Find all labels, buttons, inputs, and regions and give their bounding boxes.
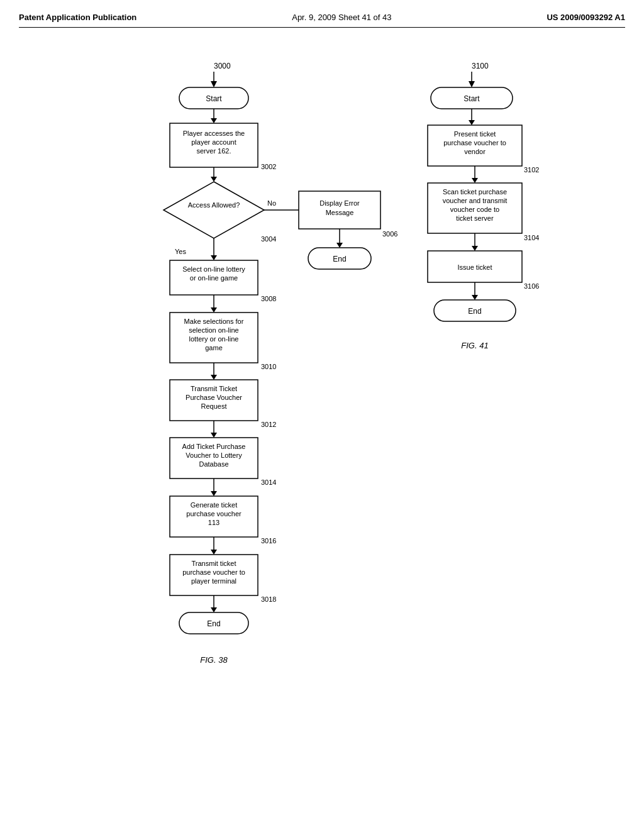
flowchart-svg: 3000 Start Player accesses the player ac… (19, 40, 623, 807)
node-diamond-3004 (164, 182, 264, 238)
label-3010-2: selection on-line (189, 326, 239, 334)
ref-3008: 3008 (261, 295, 276, 302)
fig38-label: FIG. 38 (200, 655, 228, 665)
label-3102-2: purchase voucher to (443, 139, 506, 147)
label-3002-1: Player accesses the (183, 130, 245, 137)
label-3014-3: Database (199, 460, 228, 468)
label-end-error: End (333, 255, 346, 263)
arrowhead-r-entry (469, 81, 475, 87)
label-3002-2: player account (191, 138, 236, 146)
label-3012-1: Transmit Ticket (191, 385, 237, 392)
label-3012-3: Request (201, 402, 227, 410)
header-left: Patent Application Publication (19, 13, 136, 22)
arrowhead-4 (211, 375, 217, 380)
label-3104-1: Scan ticket purchase (443, 188, 507, 196)
page: Patent Application Publication Apr. 9, 2… (0, 0, 644, 830)
label-3002-3: server 162. (196, 147, 231, 155)
label-start-left: Start (206, 94, 222, 103)
arrowhead-2 (211, 177, 217, 182)
label-end-main: End (207, 619, 220, 628)
arrowhead-r2 (472, 178, 478, 183)
ref-3106: 3106 (524, 282, 539, 290)
label-3016-1: Generate ticket (191, 501, 238, 509)
arrowhead-error-down (336, 243, 343, 248)
label-3010-4: game (205, 344, 223, 351)
label-3006-2: Message (326, 209, 354, 216)
label-3018-3: player terminal (191, 577, 236, 585)
label-3010-3: lottery or on-line (189, 335, 239, 343)
ref-3016: 3016 (261, 537, 276, 545)
fig41-label: FIG. 41 (461, 341, 488, 350)
label-3016-3: 113 (208, 519, 219, 526)
arrowhead-6 (211, 491, 217, 496)
arrowhead-entry (211, 81, 217, 87)
label-end-right: End (468, 307, 481, 316)
label-yes: Yes (175, 248, 186, 255)
arrowhead-r4 (472, 295, 478, 300)
arrowhead-8 (211, 607, 217, 612)
ref-3100: 3100 (472, 62, 489, 70)
arrowhead-5 (211, 433, 217, 438)
ref-3102: 3102 (524, 166, 539, 174)
label-3014-2: Voucher to Lottery (186, 451, 242, 459)
arrowhead-3 (211, 307, 217, 313)
arrowhead-r3 (472, 246, 478, 251)
ref-3014: 3014 (261, 479, 276, 486)
label-3018-1: Transmit ticket (191, 560, 236, 567)
ref-3006: 3006 (382, 230, 397, 238)
label-3104-4: ticket server (456, 214, 494, 222)
label-3016-2: purchase voucher (186, 510, 242, 517)
label-3010-1: Make selections for (184, 318, 244, 325)
ref-3000: 3000 (214, 62, 231, 70)
ref-3018: 3018 (261, 595, 276, 603)
header-right: US 2009/0093292 A1 (547, 13, 625, 22)
label-3106: Issue ticket (457, 263, 492, 271)
label-3006-1: Display Error (319, 199, 360, 207)
arrowhead-7 (211, 550, 217, 555)
label-3104-3: voucher code to (450, 206, 499, 213)
label-no: No (267, 199, 276, 207)
label-start-right: Start (464, 94, 480, 103)
label-3102-3: vendor (464, 148, 486, 155)
label-diamond-1: Access Allowed? (188, 201, 240, 209)
ref-3104: 3104 (524, 234, 539, 241)
ref-3010: 3010 (261, 363, 276, 370)
label-3104-2: voucher and transmit (443, 197, 508, 204)
arrowhead-1 (211, 118, 217, 123)
arrowhead-r1 (469, 120, 475, 125)
ref-3004: 3004 (261, 235, 276, 243)
label-3018-2: purchase voucher to (182, 568, 245, 576)
header-center: Apr. 9, 2009 Sheet 41 of 43 (292, 13, 391, 22)
ref-3012: 3012 (261, 421, 276, 428)
header: Patent Application Publication Apr. 9, 2… (19, 13, 625, 28)
label-3014-1: Add Ticket Purchase (182, 443, 246, 450)
label-3012-2: Purchase Voucher (186, 394, 242, 401)
ref-3002: 3002 (261, 163, 276, 170)
label-3008-2: or on-line game (190, 274, 238, 282)
arrowhead-yes (211, 255, 217, 260)
label-3102-1: Present ticket (454, 130, 496, 138)
label-3008-1: Select on-line lottery (182, 265, 245, 273)
